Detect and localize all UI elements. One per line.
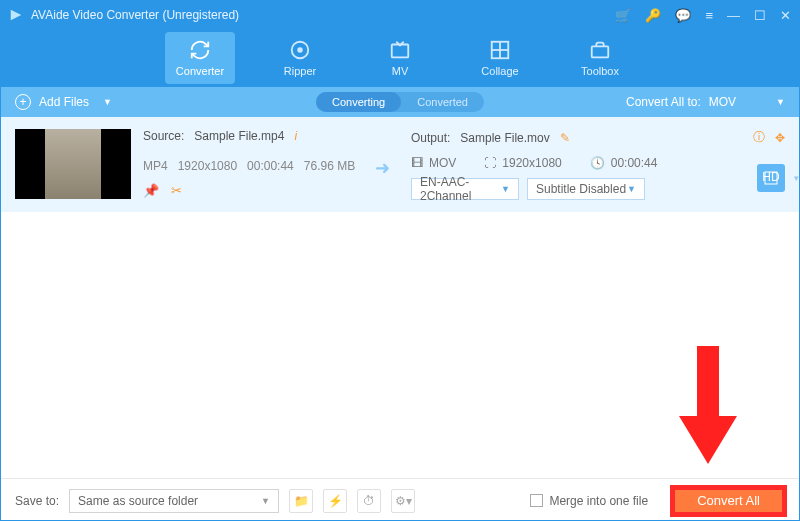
clock-icon: 🕓 xyxy=(590,156,605,170)
saveto-select[interactable]: Same as source folder ▼ xyxy=(69,489,279,513)
out-duration: 00:00:44 xyxy=(611,156,658,170)
chevron-down-icon: ▼ xyxy=(261,496,270,506)
convert-all-format-select[interactable]: MOV ▼ xyxy=(709,95,785,109)
svg-point-2 xyxy=(298,48,302,52)
collage-icon xyxy=(489,39,511,61)
toolbox-icon xyxy=(589,39,611,61)
high-speed-icon[interactable]: ⏱ xyxy=(357,489,381,513)
app-title: AVAide Video Converter (Unregistered) xyxy=(31,8,615,22)
convert-all-format: Convert All to: MOV ▼ xyxy=(626,95,785,109)
pin-icon[interactable]: 📌 xyxy=(143,183,159,198)
subtitle-select[interactable]: Subtitle Disabled▼ xyxy=(527,178,645,200)
expand-icon: ⛶ xyxy=(484,156,496,170)
ripper-icon xyxy=(289,39,311,61)
titlebar: AVAide Video Converter (Unregistered) 🛒 … xyxy=(1,1,799,29)
tab-converting[interactable]: Converting xyxy=(316,92,401,112)
output-filename: Sample File.mov xyxy=(460,131,549,145)
nav-toolbox[interactable]: Toolbox xyxy=(565,32,635,84)
tab-converted[interactable]: Converted xyxy=(401,92,484,112)
checkbox-icon xyxy=(530,494,543,507)
nav-ripper[interactable]: Ripper xyxy=(265,32,335,84)
minimize-icon[interactable]: — xyxy=(727,8,740,23)
source-size: 76.96 MB xyxy=(304,159,355,173)
chevron-down-icon: ▼ xyxy=(776,97,785,107)
nav-mv[interactable]: MV xyxy=(365,32,435,84)
window-buttons: 🛒 🔑 💬 ≡ — ☐ ✕ xyxy=(615,8,791,23)
app-logo-icon xyxy=(9,8,23,22)
svg-rect-7 xyxy=(592,46,609,57)
file-list: Source: Sample File.mp4 i MP4 1920x1080 … xyxy=(1,117,799,478)
out-resolution: 1920x1080 xyxy=(502,156,561,170)
key-icon[interactable]: 🔑 xyxy=(645,8,661,23)
close-icon[interactable]: ✕ xyxy=(780,8,791,23)
arrow-icon: ➜ xyxy=(375,129,399,179)
cart-icon[interactable]: 🛒 xyxy=(615,8,631,23)
nav-collage[interactable]: Collage xyxy=(465,32,535,84)
open-folder-icon[interactable]: 📁 xyxy=(289,489,313,513)
nav-converter[interactable]: Converter xyxy=(165,32,235,84)
source-column: Source: Sample File.mp4 i MP4 1920x1080 … xyxy=(143,129,363,198)
edit-icon[interactable]: ✎ xyxy=(560,131,570,145)
source-container: MP4 xyxy=(143,159,168,173)
settings-icon[interactable]: ⚙▾ xyxy=(391,489,415,513)
add-files-button[interactable]: + Add Files ▼ xyxy=(15,94,112,110)
file-row: Source: Sample File.mp4 i MP4 1920x1080 … xyxy=(1,117,799,212)
svg-marker-0 xyxy=(11,10,22,21)
source-label: Source: xyxy=(143,129,184,143)
svg-text:HD: HD xyxy=(763,170,779,184)
hw-accel-icon[interactable]: ⚡ xyxy=(323,489,347,513)
source-duration: 00:00:44 xyxy=(247,159,294,173)
converter-icon xyxy=(189,39,211,61)
status-filter: Converting Converted xyxy=(316,92,484,112)
maximize-icon[interactable]: ☐ xyxy=(754,8,766,23)
mv-icon xyxy=(389,39,411,61)
feedback-icon[interactable]: 💬 xyxy=(675,8,691,23)
saveto-label: Save to: xyxy=(15,494,59,508)
output-format-button[interactable]: HD xyxy=(757,164,785,192)
cut-icon[interactable]: ✂ xyxy=(171,183,182,198)
move-icon[interactable]: ✥ xyxy=(775,131,785,145)
info-icon[interactable]: i xyxy=(294,129,297,143)
menu-icon[interactable]: ≡ xyxy=(705,8,713,23)
footer: Save to: Same as source folder ▼ 📁 ⚡ ⏱ ⚙… xyxy=(1,478,799,521)
film-icon: 🎞 xyxy=(411,156,423,170)
subbar: + Add Files ▼ Converting Converted Conve… xyxy=(1,87,799,117)
source-filename: Sample File.mp4 xyxy=(194,129,284,143)
plus-icon: + xyxy=(15,94,31,110)
warning-icon[interactable]: ⓘ xyxy=(753,129,765,146)
source-resolution: 1920x1080 xyxy=(178,159,237,173)
output-label: Output: xyxy=(411,131,450,145)
app-window: AVAide Video Converter (Unregistered) 🛒 … xyxy=(0,0,800,521)
audio-select[interactable]: EN-AAC-2Channel▼ xyxy=(411,178,519,200)
merge-checkbox[interactable]: Merge into one file xyxy=(530,494,648,508)
video-thumbnail[interactable] xyxy=(15,129,131,199)
main-nav: Converter Ripper MV Collage Toolbox xyxy=(1,29,799,87)
convert-all-button[interactable]: Convert All xyxy=(672,487,785,515)
output-column: Output: Sample File.mov ✎ ⓘ ✥ 🎞MOV ⛶1920… xyxy=(411,129,785,200)
out-format: MOV xyxy=(429,156,456,170)
chevron-down-icon: ▼ xyxy=(103,97,112,107)
